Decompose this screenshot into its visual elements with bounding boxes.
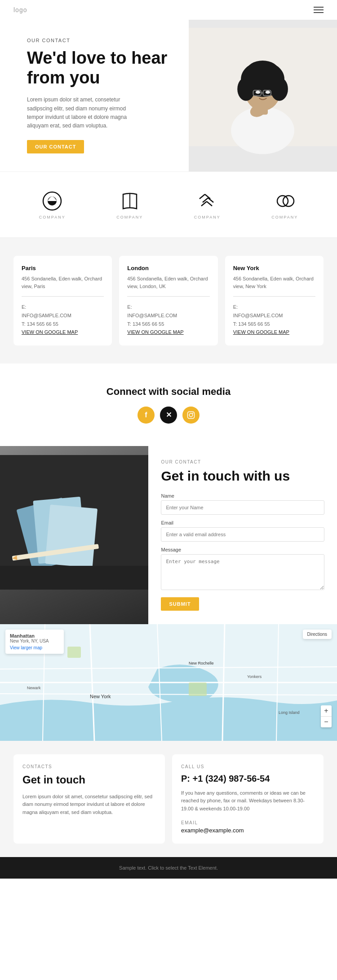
hero-title: We'd love to hear from you xyxy=(27,48,175,88)
partner-1-label: COMPANY xyxy=(39,215,66,219)
bottom-left-text: Lorem ipsum dolor sit amet, consetetur s… xyxy=(22,793,156,817)
svg-rect-36 xyxy=(0,566,148,590)
bottom-contacts-section: CONTACTS Get in touch Lorem ipsum dolor … xyxy=(0,741,337,857)
message-label: Message xyxy=(161,547,324,552)
email-label: Email xyxy=(161,520,324,525)
office-paris-map-link[interactable]: VIEW ON GOOGLE MAP xyxy=(22,329,78,335)
map-view-link[interactable]: View larger map xyxy=(10,645,59,650)
svg-text:New Rochelle: New Rochelle xyxy=(189,661,214,665)
svg-text:New York: New York xyxy=(90,694,111,699)
header: logo xyxy=(0,0,337,20)
map-city: Manhattan xyxy=(10,633,59,639)
office-paris: Paris 456 Sondanella, Eden walk, Orchard… xyxy=(13,256,112,346)
map-directions-button[interactable]: Directions xyxy=(303,630,332,639)
svg-point-6 xyxy=(237,77,255,101)
office-london-map-link[interactable]: VIEW ON GOOGLE MAP xyxy=(127,329,183,335)
svg-text:Newark: Newark xyxy=(27,686,41,690)
svg-text:Yonkers: Yonkers xyxy=(247,674,262,679)
logo: logo xyxy=(13,6,27,13)
contact-image xyxy=(0,446,148,624)
partner-2: COMPANY xyxy=(116,190,143,219)
hero-cta-button[interactable]: OUR CONTACT xyxy=(27,140,84,153)
social-icons-row: f ✕ xyxy=(13,407,324,424)
svg-point-10 xyxy=(266,91,270,94)
office-newyork: New York 456 Sondanella, Eden walk, Orch… xyxy=(225,256,324,346)
offices-section: Paris 456 Sondanella, Eden walk, Orchard… xyxy=(0,238,337,363)
svg-point-28 xyxy=(192,413,193,414)
office-paris-city: Paris xyxy=(22,265,104,271)
svg-point-8 xyxy=(247,61,278,80)
instagram-icon[interactable] xyxy=(182,407,200,424)
map-zoom-controls: + − xyxy=(321,705,332,727)
office-paris-address: 456 Sondanella, Eden walk, Orchard view,… xyxy=(22,275,104,290)
office-newyork-contact: E: INFO@SAMPLE.COM T: 134 565 66 55 VIEW… xyxy=(233,303,315,337)
bottom-right-label: CALL US xyxy=(181,764,315,769)
facebook-icon[interactable]: f xyxy=(137,407,155,424)
partners-section: COMPANY COMPANY COMPANY COMPANY xyxy=(0,171,337,238)
hero-description: Lorem ipsum dolor sit amet, consetetur s… xyxy=(27,96,130,130)
hero-left: OUR CONTACT We'd love to hear from you L… xyxy=(0,20,189,171)
partner-2-label: COMPANY xyxy=(116,215,143,219)
office-paris-contact: E: INFO@SAMPLE.COM T: 134 565 66 55 VIEW… xyxy=(22,303,104,337)
office-newyork-map-link[interactable]: VIEW ON GOOGLE MAP xyxy=(233,329,289,335)
name-field-group: Name xyxy=(161,493,324,515)
office-london-address: 456 Sondanella, Eden walk, Orchard view,… xyxy=(127,275,209,290)
office-london-contact: E: INFO@SAMPLE.COM T: 134 565 66 55 VIEW… xyxy=(127,303,209,337)
partner-4-label: COMPANY xyxy=(271,215,298,219)
bottom-card-right: CALL US P: +1 (324) 987-56-54 If you hav… xyxy=(172,754,324,844)
bottom-right-phone: P: +1 (324) 987-56-54 xyxy=(181,774,315,784)
svg-point-7 xyxy=(270,77,288,101)
x-twitter-icon[interactable]: ✕ xyxy=(160,407,177,424)
map-zoom-out[interactable]: − xyxy=(321,717,332,727)
submit-button[interactable]: SUBMIT xyxy=(161,597,199,611)
map-info-box: Manhattan New York, NY, USA View larger … xyxy=(5,630,64,654)
name-input[interactable] xyxy=(161,500,324,515)
email-field-group: Email xyxy=(161,520,324,542)
office-newyork-city: New York xyxy=(233,265,315,271)
svg-rect-52 xyxy=(189,682,207,696)
partner-1: COMPANY xyxy=(39,190,66,219)
office-london: London 456 Sondanella, Eden walk, Orchar… xyxy=(119,256,217,346)
svg-rect-51 xyxy=(67,647,81,658)
partner-3: COMPANY xyxy=(194,190,221,219)
social-title: Connect with social media xyxy=(13,386,324,398)
svg-line-18 xyxy=(200,194,205,199)
bottom-right-email: example@example.com xyxy=(181,827,315,834)
name-label: Name xyxy=(161,493,324,499)
message-textarea[interactable] xyxy=(161,554,324,590)
contact-form: OUR CONTACT Get in touch with us Name Em… xyxy=(148,446,337,624)
contact-form-label: OUR CONTACT xyxy=(161,459,324,464)
map-section: New York New Rochelle Yonkers Newark Lon… xyxy=(0,624,337,741)
hero-section: OUR CONTACT We'd love to hear from you L… xyxy=(0,20,337,171)
map-placeholder: New York New Rochelle Yonkers Newark Lon… xyxy=(0,624,337,741)
contact-form-title: Get in touch with us xyxy=(161,468,324,484)
svg-rect-33 xyxy=(45,504,98,568)
hamburger-menu[interactable] xyxy=(314,7,324,13)
footer: Sample text. Click to select the Text El… xyxy=(0,857,337,879)
bottom-right-email-label: EMAIL xyxy=(181,820,315,825)
svg-point-9 xyxy=(256,91,261,94)
svg-text:Long Island: Long Island xyxy=(279,710,300,715)
office-london-city: London xyxy=(127,265,209,271)
bottom-right-description: If you have any questions, comments or i… xyxy=(181,789,315,813)
contact-form-section: OUR CONTACT Get in touch with us Name Em… xyxy=(0,446,337,624)
bottom-left-title: Get in touch xyxy=(22,774,156,787)
svg-line-22 xyxy=(201,201,207,206)
svg-point-27 xyxy=(189,413,193,417)
partner-4: COMPANY xyxy=(271,190,298,219)
bottom-card-left: CONTACTS Get in touch Lorem ipsum dolor … xyxy=(13,754,165,844)
svg-line-23 xyxy=(207,201,212,206)
social-section: Connect with social media f ✕ xyxy=(0,363,337,446)
partner-3-label: COMPANY xyxy=(194,215,221,219)
svg-rect-26 xyxy=(188,411,195,418)
svg-line-21 xyxy=(208,198,213,202)
hero-image xyxy=(189,20,337,171)
hero-label: OUR CONTACT xyxy=(27,38,175,43)
office-newyork-address: 456 Sondanella, Eden walk, Orchard view,… xyxy=(233,275,315,290)
bottom-left-label: CONTACTS xyxy=(22,764,156,769)
footer-text: Sample text. Click to select the Text El… xyxy=(13,865,324,871)
email-input[interactable] xyxy=(161,527,324,542)
message-field-group: Message xyxy=(161,547,324,592)
map-zoom-in[interactable]: + xyxy=(321,705,332,716)
map-state: New York, NY, USA xyxy=(10,639,59,643)
